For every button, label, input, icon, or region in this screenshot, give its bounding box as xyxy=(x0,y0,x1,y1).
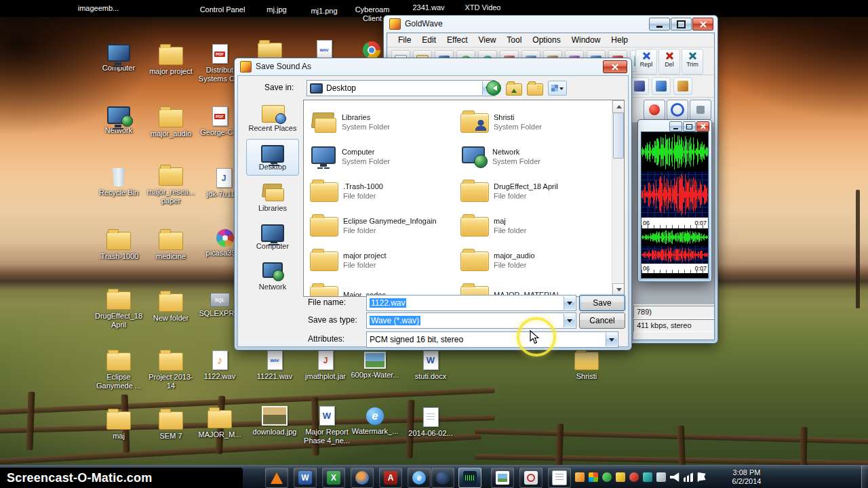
stop-button[interactable] xyxy=(690,100,711,120)
place-computer[interactable]: Computer xyxy=(247,219,298,254)
file-item-network[interactable]: NetworkSystem Folder xyxy=(458,139,608,174)
file-item-major-codec[interactable]: Major_codec xyxy=(307,277,458,297)
place-recent-places[interactable]: Recent Places xyxy=(247,100,298,135)
file-item-trash-1000[interactable]: .Trash-1000File folder xyxy=(307,174,458,208)
desktop-icon-download-jpg[interactable]: download.jpg xyxy=(249,404,300,436)
green-tray-icon[interactable] xyxy=(602,472,612,482)
file-item-maj[interactable]: majFile folder xyxy=(458,208,608,243)
record-button[interactable] xyxy=(644,100,665,120)
scroll-up-button[interactable] xyxy=(612,100,625,113)
desktop-icon-new-folder[interactable]: New folder xyxy=(145,290,197,323)
desktop-icon-2014-06-02[interactable]: 2014-06-02... xyxy=(405,405,456,438)
blue-tool-button[interactable] xyxy=(652,77,671,95)
taskbar-clock[interactable]: 3:08 PM 6/2/2014 xyxy=(723,468,770,486)
desktop-icon-imageemb[interactable]: imageemb... xyxy=(73,4,124,13)
navy-tool-button[interactable] xyxy=(630,77,649,95)
desktop-icon-computer[interactable]: Computer xyxy=(93,42,144,73)
desktop-icon-mj1-png[interactable]: mj1.png xyxy=(298,7,350,16)
file-item-libraries[interactable]: LibrariesSystem Folder xyxy=(307,104,458,139)
maximize-button[interactable] xyxy=(671,18,692,30)
red-tray-icon[interactable] xyxy=(629,472,639,482)
image-taskbar-button[interactable] xyxy=(491,468,514,488)
desktop-icon-600px-water[interactable]: 600px-Water... xyxy=(349,348,401,380)
menu-file[interactable]: File xyxy=(393,34,416,46)
up-one-level-button[interactable] xyxy=(506,83,522,96)
desktop-icon-shristi[interactable]: Shristi xyxy=(561,348,612,381)
desktop-icon-network[interactable]: Network xyxy=(93,104,144,135)
file-item-major-project[interactable]: major projectFile folder xyxy=(307,243,458,277)
flag-tray-icon[interactable] xyxy=(697,472,707,482)
scrollbar[interactable] xyxy=(612,100,624,296)
control-restore-button[interactable] xyxy=(683,121,696,131)
teal-tray-icon[interactable] xyxy=(643,472,652,482)
desktop-icon-maj[interactable]: maj xyxy=(93,408,144,441)
desktop-icon-major-m[interactable]: MAJOR_M... xyxy=(194,407,245,439)
new-folder-button[interactable] xyxy=(527,83,543,96)
place-libraries[interactable]: Libraries xyxy=(247,180,298,215)
repl-button[interactable]: Repl xyxy=(635,49,657,75)
desktop-icon-major-resea-paper[interactable]: major_resea... paper xyxy=(145,164,197,205)
menu-window[interactable]: Window xyxy=(566,34,606,46)
win-tray-icon[interactable] xyxy=(589,472,598,482)
goldwave-taskbar-button[interactable] xyxy=(458,468,481,488)
control-close-button[interactable] xyxy=(696,121,709,131)
save-in-combobox[interactable]: Desktop xyxy=(307,80,495,96)
save-button[interactable]: Save xyxy=(579,295,625,311)
menu-options[interactable]: Options xyxy=(527,34,566,46)
file-item-shristi[interactable]: ShristiSystem Folder xyxy=(458,104,608,139)
orange-tool-button[interactable] xyxy=(673,77,692,95)
file-item-eclipse-ganymede-infogain[interactable]: Eclipse Ganymede_InfogainFile folder xyxy=(307,208,458,243)
attributes-combobox[interactable]: PCM signed 16 bit, stereo xyxy=(366,331,618,348)
desktop-icon-major-report-phase-4-ne[interactable]: Major Report Phase 4_ne... xyxy=(301,404,353,445)
network-tray-icon[interactable] xyxy=(684,472,693,482)
desktop-icon-xtd-video[interactable]: XTD Video xyxy=(457,3,509,12)
place-network[interactable]: Network xyxy=(247,258,298,293)
chevron-down-icon[interactable] xyxy=(564,296,575,310)
place-desktop[interactable]: Desktop xyxy=(246,139,299,176)
desktop-icon-project-2013-14[interactable]: Project 2013-14 xyxy=(145,349,197,390)
control-titlebar[interactable] xyxy=(638,120,711,131)
desktop-icon-11221-wav[interactable]: 11221.wav xyxy=(249,348,300,381)
speaker-tray-icon[interactable] xyxy=(670,472,679,482)
view-menu-button[interactable] xyxy=(548,81,567,96)
desktop-icon-medicine[interactable]: medicine xyxy=(145,228,197,261)
snip-taskbar-button[interactable] xyxy=(519,468,542,488)
dialog-close-button[interactable] xyxy=(603,60,627,73)
desktop-icon-drugeffect-18-april[interactable]: DrugEffect_18 April xyxy=(93,288,144,329)
desktop-icon-sem-7[interactable]: SEM 7 xyxy=(145,408,197,441)
excel-taskbar-button[interactable] xyxy=(322,468,345,488)
media2-taskbar-button[interactable] xyxy=(351,468,374,488)
play-button[interactable] xyxy=(667,100,688,120)
desktop-icon-control-panel[interactable]: Control Panel xyxy=(197,5,248,14)
menu-edit[interactable]: Edit xyxy=(416,34,441,46)
show-desktop-button[interactable] xyxy=(861,466,868,488)
close-button[interactable] xyxy=(692,18,713,30)
back-button[interactable] xyxy=(486,81,501,96)
chevron-down-icon[interactable] xyxy=(606,333,617,346)
minimize-button[interactable] xyxy=(649,18,670,30)
orange-tray-icon[interactable] xyxy=(575,472,585,482)
control-minimize-button[interactable] xyxy=(669,121,682,131)
word-taskbar-button[interactable] xyxy=(294,468,317,488)
ie-taskbar-button[interactable] xyxy=(408,468,431,488)
notepad-taskbar-button[interactable] xyxy=(548,468,571,488)
file-list[interactable]: LibrariesSystem FolderShristiSystem Fold… xyxy=(303,100,625,297)
desktop-icon-eclipse-ganymede[interactable]: Eclipse Ganymede ... xyxy=(93,349,144,390)
adobe-taskbar-button[interactable] xyxy=(379,468,402,488)
file-item-major-material[interactable]: MAJOR_MATERIAL xyxy=(458,277,608,297)
file-item-drugeffect-18-april[interactable]: DrugEffect_18 AprilFile folder xyxy=(458,174,608,208)
menu-effect[interactable]: Effect xyxy=(441,34,473,46)
scrollbar-thumb[interactable] xyxy=(613,113,624,159)
vlc-taskbar-button[interactable] xyxy=(265,468,288,488)
yellow-tray-icon[interactable] xyxy=(616,472,625,482)
goldwave-control-window[interactable]: 06 0:07 06 0:07 xyxy=(637,119,712,282)
dialog-titlebar[interactable]: Save Sound As xyxy=(235,58,631,75)
file-item-major-audio[interactable]: major_audioFile folder xyxy=(458,243,608,277)
desktop-icon-trash-1000[interactable]: .Trash-1000 xyxy=(93,228,144,261)
gray-tray-icon[interactable] xyxy=(656,472,666,482)
desktop-icon-watermark[interactable]: Watermark_... xyxy=(349,405,401,436)
del-button[interactable]: Del xyxy=(658,49,680,75)
desktop-icon-mj-jpg[interactable]: mj.jpg xyxy=(251,5,302,14)
desktop-icon-jmathplot-jar[interactable]: jmathplot.jar xyxy=(300,348,351,381)
desktop-icon-major-project[interactable]: major project xyxy=(145,43,197,76)
